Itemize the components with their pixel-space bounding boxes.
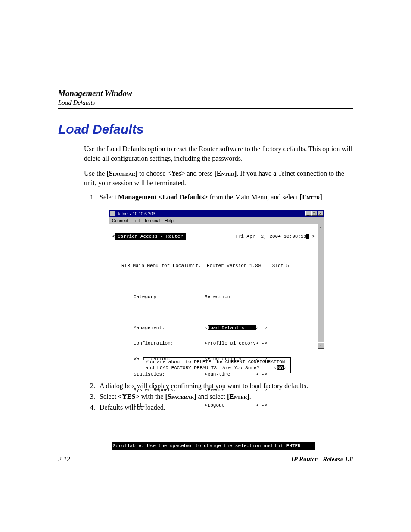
minimize-button[interactable]: _ [305, 211, 311, 216]
intro-paragraph-2: Use the [Spacebar] to choose <Yes> and p… [84, 169, 353, 187]
menu-terminal[interactable]: Terminal [144, 218, 161, 223]
column-header-selection: Selection [205, 293, 230, 301]
intro-paragraph-1: Use the Load Defaults option to reset th… [84, 144, 353, 163]
menu-row-verification[interactable]: Verification:<Ping Utility > -> [112, 355, 315, 363]
column-header-category: Category [112, 293, 205, 301]
menu-edit[interactable]: Edit [132, 218, 140, 223]
scroll-down-button[interactable]: ▾ [318, 342, 324, 349]
window-title: Telnet - 10.10.6.203 [117, 212, 155, 216]
terminal-area: ▴ ▾ < Carrier Access - Router Fri Apr 2,… [109, 224, 324, 349]
terminal-banner: Carrier Access - Router [115, 233, 186, 240]
menu-row-management[interactable]: Management:<Load Defaults > -> [112, 324, 315, 332]
footer-rule [58, 453, 353, 453]
section-title: Load Defaults [58, 122, 353, 137]
terminal-datetime: Fri Apr 2, 2004 10:08:13 [235, 233, 309, 240]
terminal-header-line: RTR Main Menu for LocalUnit. Router Vers… [112, 262, 315, 270]
header-rule [58, 108, 353, 109]
product-footer: IP Router - Release 1.8 [291, 456, 353, 463]
app-icon [110, 211, 115, 216]
terminal-footer-hint: Scrollable: Use the spacebar to change t… [112, 442, 315, 450]
menu-row-exit[interactable]: Exit:<Logout > -> [112, 401, 315, 409]
telnet-window: Telnet - 10.10.6.203 _ □ × Connect Edit … [109, 210, 324, 349]
menubar: Connect Edit Terminal Help [109, 217, 324, 224]
menu-row-system-reports[interactable]: System Reports:<Events > -> [112, 386, 315, 394]
menu-row-configuration[interactable]: Configuration:<Profile Directory> -> [112, 339, 315, 347]
menu-connect[interactable]: Connect [112, 218, 128, 223]
page-number: 2-12 [58, 456, 70, 463]
window-titlebar: Telnet - 10.10.6.203 _ □ × [109, 210, 324, 217]
maximize-button[interactable]: □ [311, 211, 317, 216]
menu-row-statistics[interactable]: Statistics:<Run-time > -> [112, 370, 315, 378]
step-1: Select Management <Load Defaults> from t… [97, 193, 353, 201]
menu-help[interactable]: Help [165, 218, 174, 223]
close-button[interactable]: × [318, 211, 323, 216]
scroll-up-button[interactable]: ▴ [318, 224, 324, 230]
chapter-subheading: Load Defaults [58, 99, 353, 106]
chapter-title: Management Window [58, 89, 353, 98]
